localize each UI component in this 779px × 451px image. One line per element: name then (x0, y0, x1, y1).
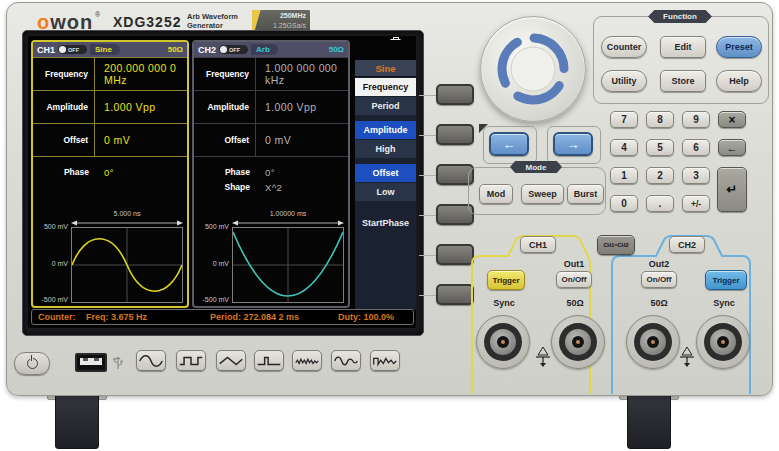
key-0[interactable]: 0 (610, 195, 638, 212)
utility-button[interactable]: Utility (601, 70, 647, 92)
param-row: Phase 0° (33, 156, 187, 207)
ch1-select-button[interactable]: CH1 (520, 236, 556, 253)
ch1-header: CH1 OFF Sine 50Ω (33, 42, 187, 57)
param-value: 0° X^2 (256, 157, 348, 195)
noise-wave-button[interactable] (292, 350, 322, 371)
lcd-screen: CH1 OFF Sine 50Ω Frequency 200.000 000 0… (28, 36, 416, 328)
sync2-label: Sync (703, 298, 745, 308)
preset-button[interactable]: Preset (716, 36, 762, 58)
backspace-key[interactable]: ← (718, 139, 746, 156)
out2-onoff-button[interactable]: On/Off (641, 271, 677, 288)
out1-impedance-label: 50Ω (557, 298, 593, 308)
ch2-header: CH2 OFF Arb 50Ω (194, 42, 348, 57)
menu-item-high[interactable]: High (355, 140, 416, 158)
key-5[interactable]: 5 (646, 139, 674, 156)
ch1-toggle: OFF (58, 45, 87, 54)
ch1-waveform-tab: Sine (90, 44, 120, 55)
trigger-ch1-button[interactable]: Trigger (487, 270, 525, 290)
ch2-time-span: 1.00000 ms (232, 210, 344, 217)
rotary-knob[interactable] (480, 16, 586, 122)
right-arrow-button[interactable]: → (553, 132, 593, 156)
ch1-waveform-plot: 5.000 ns 500 mV 0 mV -500 mV (33, 210, 187, 308)
channel-copy-button[interactable]: CH1=CH2 (597, 235, 635, 255)
param-value: 1.000 000 000 kHz (256, 58, 348, 90)
param-value: 0° (95, 157, 187, 180)
sine-icon (138, 354, 164, 368)
out2-bnc-connector (626, 315, 680, 369)
ch1-impedance: 50Ω (168, 45, 183, 54)
ch1-panel: CH1 OFF Sine 50Ω Frequency 200.000 000 0… (31, 40, 189, 308)
param-label: Frequency (33, 58, 95, 90)
param-row: Phase Shape 0° X^2 (194, 156, 348, 207)
harmonic-wave-button[interactable] (331, 350, 361, 371)
sync1-label: Sync (484, 298, 524, 308)
help-button[interactable]: Help (716, 70, 762, 92)
trigger-ch2-button[interactable]: Trigger (705, 270, 747, 290)
param-label: Amplitude (194, 91, 256, 123)
arb-wave-button[interactable] (370, 350, 400, 371)
square-wave-button[interactable] (176, 350, 206, 371)
sine-wave-icon (72, 228, 182, 302)
foot-right (627, 393, 671, 449)
enter-key[interactable]: ↵ (717, 167, 747, 212)
menu-item-startphase[interactable]: StartPhase (355, 214, 416, 232)
mode-section-label: Mode (510, 161, 562, 173)
softkey-2[interactable] (436, 124, 474, 145)
key-2[interactable]: 2 (646, 167, 674, 184)
out1-label: Out1 (556, 259, 592, 269)
param-value: 0 mV (95, 124, 187, 156)
counter-duty: Duty: 100.0% (338, 312, 394, 322)
key-6[interactable]: 6 (682, 139, 710, 156)
burst-button[interactable]: Burst (567, 184, 604, 204)
power-button[interactable] (14, 352, 50, 375)
ch2-waveform-tab: Arb (251, 44, 278, 55)
sync2-bnc-connector (696, 315, 750, 369)
counter-button[interactable]: Counter (601, 36, 647, 58)
param-value: 1.000 Vpp (256, 91, 348, 123)
ch2-select-button[interactable]: CH2 (669, 236, 705, 253)
ch2-toggle: OFF (219, 45, 248, 54)
edit-button[interactable]: Edit (660, 36, 706, 58)
y-axis-top: 500 mV (194, 223, 229, 230)
menu-item-low[interactable]: Low (355, 183, 416, 201)
power-icon (27, 358, 38, 369)
param-label: Phase Shape (194, 157, 256, 195)
param-row: Amplitude 1.000 Vpp (33, 90, 187, 123)
ground-icon (680, 346, 694, 368)
key-dot[interactable]: . (646, 195, 674, 212)
key-9[interactable]: 9 (682, 111, 710, 128)
menu-title: Sine (355, 60, 416, 77)
key-4[interactable]: 4 (610, 139, 638, 156)
toggle-dot-icon (220, 46, 227, 53)
key-plusminus[interactable]: +/- (682, 195, 710, 212)
param-row: Frequency 1.000 000 000 kHz (194, 57, 348, 90)
menu-item-offset[interactable]: Offset (355, 164, 416, 182)
key-3[interactable]: 3 (682, 167, 710, 184)
key-1[interactable]: 1 (610, 167, 638, 184)
ch1-wave-area (71, 227, 183, 303)
registered-mark: ® (95, 11, 100, 18)
parabola-wave-icon (233, 228, 343, 302)
sine-wave-button[interactable] (136, 350, 166, 371)
sweep-button[interactable]: Sweep (521, 184, 564, 204)
out1-onoff-button[interactable]: On/Off (556, 271, 592, 288)
left-arrow-button[interactable]: ← (489, 132, 529, 156)
out1-bnc-connector (551, 315, 605, 369)
softkey-1[interactable] (436, 84, 474, 105)
menu-item-period[interactable]: Period (355, 97, 416, 115)
key-8[interactable]: 8 (646, 111, 674, 128)
sync1-bnc-connector (476, 315, 530, 369)
usb-port (75, 353, 107, 372)
menu-item-frequency[interactable]: Frequency (355, 78, 416, 96)
cancel-key[interactable]: × (718, 111, 746, 128)
y-axis-mid: 0 mV (194, 260, 229, 267)
mod-button[interactable]: Mod (479, 184, 513, 204)
menu-item-amplitude[interactable]: Amplitude (355, 121, 416, 139)
key-7[interactable]: 7 (610, 111, 638, 128)
pulse-wave-button[interactable] (254, 350, 284, 371)
store-button[interactable]: Store (660, 70, 706, 92)
param-row: Frequency 200.000 000 0 MHz (33, 57, 187, 90)
ramp-wave-button[interactable] (216, 350, 246, 371)
param-row: Offset 0 mV (194, 123, 348, 156)
param-label: Frequency (194, 58, 256, 90)
